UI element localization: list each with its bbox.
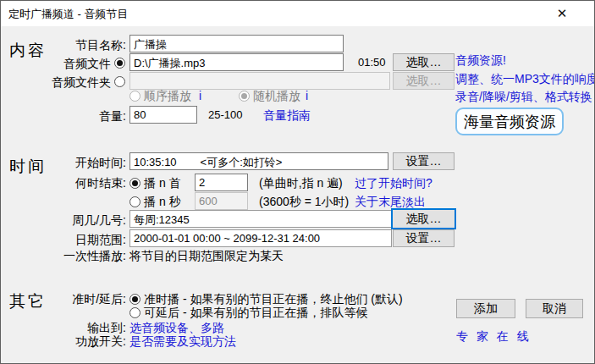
program-name-input[interactable]: 广播操: [129, 35, 344, 52]
play-n-songs-label: 播 n 首: [144, 176, 181, 191]
play-n-seconds-hint: (3600秒 = 1小时): [259, 195, 349, 210]
date-range-label: 日期范围:: [1, 233, 126, 248]
start-time-set-button[interactable]: 设置…: [393, 152, 455, 170]
start-time-label: 开始时间:: [1, 156, 126, 171]
date-range-input[interactable]: 2000-01-01 00:00 ~ 2099-12-31 24:00: [129, 229, 392, 247]
sequential-radio: [129, 91, 140, 102]
dialog-window: 定时广播频道 - 音频节目 ✕ 内容 时间 其它 节目名称: 广播操 音频文件 …: [0, 0, 595, 364]
sequential-info-link[interactable]: i: [199, 89, 201, 102]
delay-option-label: 可延后 - 如果有别的节目正在播，排队等候: [144, 306, 367, 321]
volume-input[interactable]: 80: [129, 106, 197, 124]
window-title: 定时广播频道 - 音频节目: [8, 7, 129, 22]
audio-folder-radio[interactable]: [114, 76, 125, 87]
loudness-link[interactable]: 调整、统一MP3文件的响度: [455, 72, 595, 87]
volume-label: 音量:: [1, 109, 126, 124]
amp-switch-link[interactable]: 是否需要及实现方法: [129, 334, 236, 350]
start-time-value: 10:35:10: [134, 156, 177, 168]
random-label: 随机播放: [253, 89, 300, 104]
add-button[interactable]: 添加: [456, 299, 515, 318]
volume-range: 25-100: [208, 108, 242, 121]
audio-folder-label: 音频文件夹: [1, 75, 111, 91]
weekday-label: 周几/几号:: [1, 213, 126, 229]
date-range-set-button[interactable]: 设置…: [393, 229, 455, 247]
weekday-input[interactable]: 每周:12345: [129, 210, 392, 228]
audio-file-duration: 01:50: [358, 56, 386, 69]
play-n-songs-radio[interactable]: [129, 178, 140, 189]
audio-folder-select-button: 选取…: [393, 72, 455, 90]
play-n-songs-hint: (单曲时,指 n 遍): [259, 176, 343, 191]
record-edit-link[interactable]: 录音/降噪/剪辑、格式转换: [455, 90, 592, 105]
on-time-radio[interactable]: [129, 294, 140, 305]
start-time-hint: <可多个:如打铃>: [201, 156, 283, 168]
past-start-time-link[interactable]: 过了开始时间?: [355, 176, 432, 191]
volume-guide-link[interactable]: 音量指南: [263, 108, 311, 124]
close-icon[interactable]: ✕: [543, 1, 581, 25]
random-info-link[interactable]: i: [306, 89, 308, 102]
start-time-input[interactable]: 10:35:10<可多个:如打铃>: [129, 152, 388, 170]
audio-resource-link[interactable]: 音频资源!: [455, 53, 506, 69]
one-time-text: 将节目的日期范围限定为某天: [129, 249, 284, 264]
audio-file-input[interactable]: D:\广播操.mp3: [129, 53, 344, 71]
amp-switch-label: 功放开关:: [1, 334, 126, 350]
audio-file-label: 音频文件: [1, 57, 111, 72]
sequential-label: 顺序播放: [144, 89, 191, 104]
one-time-label: 一次性播放:: [1, 249, 126, 264]
play-n-seconds-radio[interactable]: [129, 196, 140, 207]
weekday-select-button[interactable]: 选取…: [391, 208, 456, 229]
audio-file-select-button[interactable]: 选取…: [393, 53, 455, 71]
random-radio: [239, 91, 250, 102]
play-n-seconds-label: 播 n 秒: [144, 195, 181, 210]
title-bar: 定时广播频道 - 音频节目 ✕: [1, 1, 594, 26]
audio-file-radio[interactable]: [114, 58, 125, 69]
massive-audio-resource-button[interactable]: 海量音频资源: [455, 108, 564, 135]
end-when-label: 何时结束:: [1, 176, 126, 191]
program-name-label: 节目名称:: [1, 38, 126, 53]
punctual-label: 准时/延后:: [1, 292, 126, 307]
expert-online-link[interactable]: 专 家 在 线: [456, 329, 532, 345]
delay-radio[interactable]: [129, 307, 140, 318]
play-n-songs-input[interactable]: 2: [195, 174, 248, 191]
cancel-button[interactable]: 取消: [526, 299, 583, 318]
audio-folder-input: [129, 72, 390, 90]
play-n-seconds-input: 600: [195, 192, 248, 210]
